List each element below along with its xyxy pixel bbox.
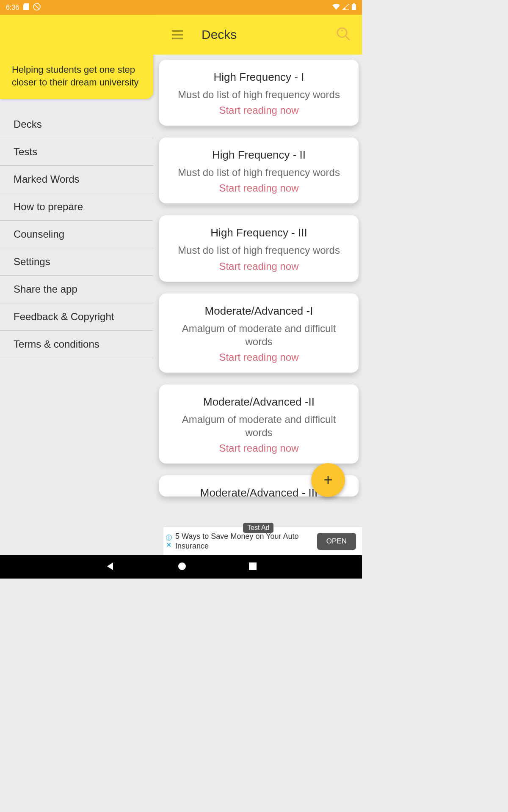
sidebar-item-feedback[interactable]: Feedback & Copyright <box>0 303 153 331</box>
sidebar-item-label: Tests <box>14 146 37 157</box>
deck-description: Amalgum of moderate and difficult words <box>168 413 350 439</box>
sidebar-item-label: Settings <box>14 256 50 267</box>
wifi-icon <box>332 4 340 11</box>
svg-point-6 <box>178 562 186 570</box>
sidebar-item-counseling[interactable]: Counseling <box>0 221 153 248</box>
sidebar-item-label: Feedback & Copyright <box>14 311 114 322</box>
sidebar-item-tests[interactable]: Tests <box>0 138 153 166</box>
deck-action[interactable]: Start reading now <box>168 442 350 454</box>
ad-banner[interactable]: Test Ad i ✕ 5 Ways to Save Money on Your… <box>163 527 362 555</box>
deck-action[interactable]: Start reading now <box>168 261 350 272</box>
status-time: 6:36 <box>6 4 19 11</box>
sidebar-item-share[interactable]: Share the app <box>0 276 153 303</box>
deck-card[interactable]: High Frequency - III Must do list of hig… <box>159 215 359 281</box>
main-content: High Frequency - I Must do list of high … <box>153 55 362 527</box>
deck-card[interactable]: Moderate/Advanced -I Amalgum of moderate… <box>159 294 359 373</box>
app-subtitle: Helping students get one step closer to … <box>12 63 141 88</box>
sidebar-item-settings[interactable]: Settings <box>0 248 153 276</box>
deck-title: High Frequency - II <box>168 148 350 162</box>
svg-point-5 <box>341 30 343 31</box>
svg-rect-1 <box>352 4 356 10</box>
page-title: Decks <box>202 27 237 42</box>
svg-rect-2 <box>353 3 355 4</box>
ad-open-button[interactable]: OPEN <box>317 533 356 550</box>
status-bar: 6:36 <box>0 0 362 15</box>
deck-title: High Frequency - I <box>168 71 350 84</box>
sidebar-item-label: How to prepare <box>14 201 83 212</box>
sd-card-icon <box>23 3 29 12</box>
app-header: Decks <box>0 15 362 55</box>
deck-action[interactable]: Start reading now <box>168 104 350 116</box>
add-button[interactable]: + <box>311 463 345 497</box>
sidebar-item-decks[interactable]: Decks <box>0 112 153 138</box>
deck-description: Must do list of high frequency words <box>168 88 350 101</box>
deck-title: Moderate/Advanced -II <box>168 395 350 409</box>
sidebar-item-label: Terms & conditions <box>14 338 99 350</box>
svg-line-4 <box>345 36 349 40</box>
ad-text: 5 Ways to Save Money on Your Auto Insura… <box>175 532 317 551</box>
svg-rect-7 <box>249 562 257 570</box>
back-button[interactable] <box>105 562 115 573</box>
deck-title: High Frequency - III <box>168 226 350 239</box>
no-network-icon <box>33 3 41 12</box>
sidebar-item-terms[interactable]: Terms & conditions <box>0 331 153 358</box>
sidebar-item-label: Marked Words <box>14 173 80 185</box>
home-button[interactable] <box>178 562 186 572</box>
ad-tag: Test Ad <box>243 523 273 533</box>
sidebar-item-marked-words[interactable]: Marked Words <box>0 166 153 193</box>
deck-title: Moderate/Advanced -I <box>168 304 350 318</box>
search-icon[interactable] <box>336 26 351 43</box>
deck-description: Must do list of high frequency words <box>168 244 350 257</box>
deck-action[interactable]: Start reading now <box>168 351 350 363</box>
sidebar-item-label: Decks <box>14 118 42 130</box>
deck-card[interactable]: High Frequency - I Must do list of high … <box>159 60 359 126</box>
sidebar-item-label: Share the app <box>14 283 77 295</box>
deck-description: Must do list of high frequency words <box>168 166 350 179</box>
sidebar-menu: Decks Tests Marked Words How to prepare … <box>0 112 153 358</box>
navigation-bar <box>0 555 362 579</box>
ad-info-icon[interactable]: i <box>166 535 172 540</box>
sidebar-item-how-to-prepare[interactable]: How to prepare <box>0 193 153 221</box>
sidebar: Vocabulary Flashcards Helping students g… <box>0 55 153 527</box>
sidebar-item-label: Counseling <box>14 228 64 240</box>
recents-button[interactable] <box>249 562 257 572</box>
deck-action[interactable]: Start reading now <box>168 182 350 194</box>
deck-card[interactable]: High Frequency - II Must do list of high… <box>159 137 359 203</box>
battery-icon <box>352 3 356 12</box>
signal-icon <box>342 4 349 11</box>
ad-close-icon[interactable]: ✕ <box>166 542 172 548</box>
deck-card[interactable]: Moderate/Advanced -II Amalgum of moderat… <box>159 384 359 464</box>
plus-icon: + <box>323 471 332 489</box>
ad-info-icons: i ✕ <box>166 535 172 548</box>
deck-description: Amalgum of moderate and difficult words <box>168 322 350 348</box>
hamburger-icon[interactable] <box>172 30 183 39</box>
